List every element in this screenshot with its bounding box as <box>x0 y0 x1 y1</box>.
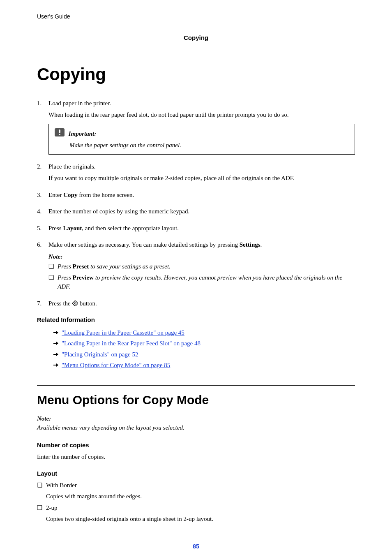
step-2-detail: If you want to copy multiple originals o… <box>48 173 355 183</box>
section-header: Copying <box>37 33 355 43</box>
note-label: Note: <box>37 414 355 423</box>
section-divider <box>37 385 355 386</box>
note-body: Available menus vary depending on the la… <box>37 424 184 431</box>
section-heading: Menu Options for Copy Mode <box>37 391 355 409</box>
section-note: Note: Available menus vary depending on … <box>37 414 355 432</box>
step-6-bold: Settings <box>240 241 261 248</box>
step-2: Place the originals. If you want to copy… <box>37 162 355 183</box>
page-title: Copying <box>37 61 355 87</box>
step-2-text: Place the originals. <box>48 163 96 170</box>
related-link-item: "Placing Originals" on page 52 <box>53 350 355 359</box>
step-3-post: from the home screen. <box>77 192 134 198</box>
note-b-post: to preview the copy results. However, yo… <box>58 274 342 290</box>
svg-rect-1 <box>59 130 60 133</box>
step-1-text: Load paper in the printer. <box>48 100 111 106</box>
note-b-pre: Press <box>58 274 73 281</box>
step-7-pre: Press the <box>48 300 72 307</box>
related-link[interactable]: "Loading Paper in the Paper Cassette" on… <box>62 329 184 336</box>
related-info-heading: Related Information <box>37 315 355 325</box>
layout-sublist: With Border Copies with margins around t… <box>37 481 355 523</box>
layout-item-title: 2-up <box>46 504 58 511</box>
svg-point-4 <box>74 303 76 304</box>
step-6-post: . <box>261 241 262 248</box>
related-link[interactable]: "Loading Paper in the Rear Paper Feed Sl… <box>62 340 201 347</box>
important-callout: Important: Make the paper settings on th… <box>48 124 355 155</box>
note-item-preset: Press Preset to save your settings as a … <box>48 262 355 271</box>
step-5-pre: Press <box>48 225 63 231</box>
layout-item-title: With Border <box>46 482 77 488</box>
arrow-right-icon <box>53 350 58 360</box>
step-7-post: button. <box>80 300 97 307</box>
page-number: 85 <box>37 542 355 551</box>
step-1: Load paper in the printer. When loading … <box>37 99 355 155</box>
related-links-list: "Loading Paper in the Paper Cassette" on… <box>37 328 355 370</box>
step-5: Press Layout, and then select the approp… <box>37 224 355 233</box>
callout-label: Important: <box>69 130 97 137</box>
step-3: Enter Copy from the home screen. <box>37 190 355 200</box>
option-num-copies-label: Number of copies <box>37 441 355 450</box>
related-link[interactable]: "Menu Options for Copy Mode" on page 85 <box>62 362 170 368</box>
start-button-icon <box>72 300 80 307</box>
layout-2up: 2-up Copies two single-sided originals o… <box>37 503 355 523</box>
note-b-bold: Preview <box>73 274 94 281</box>
related-link-item: "Loading Paper in the Rear Paper Feed Sl… <box>53 339 355 348</box>
note-a-post: to save your settings as a preset. <box>89 263 171 270</box>
layout-with-border: With Border Copies with margins around t… <box>37 481 355 501</box>
step-7: Press the button. <box>37 299 355 308</box>
option-layout-body: With Border Copies with margins around t… <box>37 481 355 523</box>
step-3-pre: Enter <box>48 192 63 198</box>
step-6: Make other settings as necessary. You ca… <box>37 240 355 291</box>
step-3-bold: Copy <box>63 192 77 198</box>
step-5-bold: Layout <box>63 225 82 231</box>
callout-body: Make the paper settings on the control p… <box>69 141 349 150</box>
step-5-post: , and then select the appropriate layout… <box>82 225 179 231</box>
layout-item-body: Copies two single-sided originals onto a… <box>46 514 355 524</box>
important-icon <box>55 128 65 139</box>
note-label: Note: <box>48 252 355 261</box>
svg-marker-3 <box>72 301 78 306</box>
arrow-right-icon <box>53 328 58 338</box>
layout-item-body: Copies with margins around the edges. <box>46 492 355 501</box>
note-a-pre: Press <box>58 263 73 270</box>
related-link-item: "Loading Paper in the Paper Cassette" on… <box>53 328 355 338</box>
related-link-item: "Menu Options for Copy Mode" on page 85 <box>53 361 355 370</box>
step-6-pre: Make other settings as necessary. You ca… <box>48 241 240 248</box>
page-container: User's Guide Copying Copying Load paper … <box>0 0 392 555</box>
arrow-right-icon <box>53 361 58 370</box>
note-list: Press Preset to save your settings as a … <box>48 262 355 291</box>
callout-header: Important: <box>55 128 349 139</box>
option-layout-label: Layout <box>37 469 355 479</box>
step-1-detail: When loading in the rear paper feed slot… <box>48 110 355 120</box>
svg-rect-2 <box>59 134 60 135</box>
arrow-right-icon <box>53 339 58 349</box>
document-type-label: User's Guide <box>37 12 355 21</box>
step-4: Enter the number of copies by using the … <box>37 207 355 216</box>
steps-list: Load paper in the printer. When loading … <box>37 99 355 308</box>
note-a-bold: Preset <box>73 263 89 270</box>
note-item-preview: Press Preview to preview the copy result… <box>48 273 355 291</box>
option-num-copies-body: Enter the number of copies. <box>37 452 355 462</box>
options-list: Number of copies Enter the number of cop… <box>37 441 355 524</box>
step-4-text: Enter the number of copies by using the … <box>48 208 189 215</box>
related-link[interactable]: "Placing Originals" on page 52 <box>62 351 138 358</box>
